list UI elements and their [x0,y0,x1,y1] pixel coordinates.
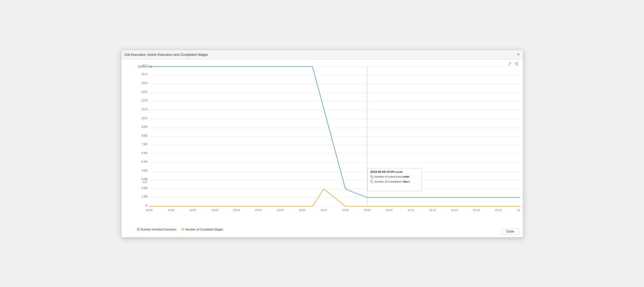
svg-text:5.00: 5.00 [141,160,147,163]
refresh-icon [508,62,511,66]
svg-text:12.0: 12.0 [141,99,147,102]
svg-text:1.00: 1.00 [141,195,147,198]
svg-text:0: 0 [404,180,406,183]
svg-point-0 [515,62,517,64]
svg-text:10:11: 10:11 [407,209,414,211]
svg-text:10:15: 10:15 [495,209,501,211]
svg-text:9.00: 9.00 [141,125,147,128]
svg-text:Number of Active Executors: Number of Active Executors [374,175,407,178]
close-button[interactable]: Close [502,228,519,235]
svg-text:4.00: 4.00 [141,169,147,172]
svg-text:10:03: 10:03 [233,209,240,211]
svg-text:1.: 1. [370,174,373,177]
dialog-close-x[interactable]: × [517,52,519,57]
svg-text:2.: 2. [370,179,373,182]
svg-text:10:09: 10:09 [364,209,370,211]
svg-text:7.00: 7.00 [141,142,147,145]
svg-text:10:16: 10:16 [517,209,520,211]
refresh-button[interactable] [507,61,512,67]
legend-item-executors: Number of Active Executors [137,228,176,231]
dialog-header: Job Execution: Active Executors and Comp… [121,50,523,59]
svg-text:15.0: 15.0 [141,72,147,76]
svg-text:10:08: 10:08 [342,209,349,211]
svg-text:10:07: 10:07 [320,209,327,211]
legend-item-stages: Number of Completed Stages [181,228,223,231]
svg-text:2.00: 2.00 [141,186,147,189]
svg-text:8.00: 8.00 [141,134,147,137]
svg-text:10:10: 10:10 [386,209,392,211]
svg-text:09:59: 09:59 [146,209,152,211]
svg-text:10:12: 10:12 [429,209,436,211]
legend-dot-stages [181,228,184,231]
svg-text:10:06: 10:06 [298,209,305,211]
svg-text:10:00: 10:00 [168,209,174,211]
svg-text:14.0: 14.0 [141,81,147,84]
legend-area: Number of Active Executors Number of Com… [121,226,523,233]
zoom-button[interactable] [514,61,520,67]
svg-line-1 [517,64,518,65]
svg-text:16.0: 16.0 [141,64,147,67]
svg-text:10.0: 10.0 [141,116,147,119]
svg-text:2018-06-08 10:09 Local: 2018-06-08 10:09 Local [370,170,402,173]
svg-text:10:02: 10:02 [211,209,218,211]
svg-text:10:14: 10:14 [473,209,480,211]
chart-area: Various units 16.0 15.0 14.0 13.0 12.0 1… [121,59,523,226]
svg-text:10:01: 10:01 [190,209,196,211]
svg-text:3.00: 3.00 [141,177,147,180]
legend-label-executors: Number of Active Executors [141,228,176,231]
dialog-window: Job Execution: Active Executors and Comp… [121,50,523,237]
legend-label-stages: Number of Completed Stages [185,228,223,231]
svg-text:10:05: 10:05 [276,209,283,211]
chart-svg: 16.0 15.0 14.0 13.0 12.0 11.0 10.0 9.00 … [137,62,520,211]
svg-text:10:04: 10:04 [255,209,262,211]
svg-text:10:13: 10:13 [451,209,458,211]
svg-text:11.0: 11.0 [141,107,147,111]
svg-text:2.87: 2.87 [143,181,147,184]
dialog-title: Job Execution: Active Executors and Comp… [125,53,208,57]
svg-text:1.00: 1.00 [404,175,410,178]
legend-dot-executors [137,228,140,231]
svg-text:0: 0 [145,204,147,207]
search-icon [515,62,519,66]
svg-text:6.00: 6.00 [141,151,147,154]
svg-text:13.0: 13.0 [141,90,147,93]
toolbar [507,61,520,67]
